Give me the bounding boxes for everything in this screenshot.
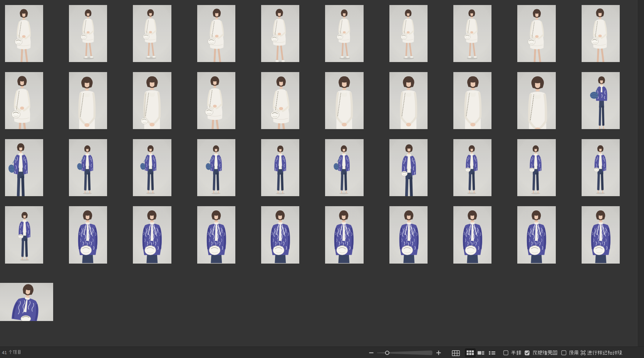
svg-text:41: 41 [2,350,7,355]
